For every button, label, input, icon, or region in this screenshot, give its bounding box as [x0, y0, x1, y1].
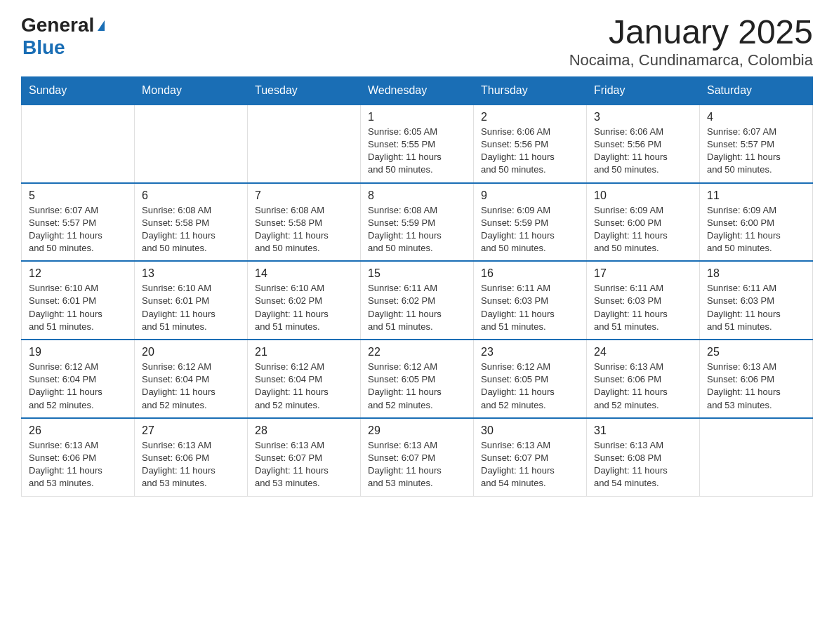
day-number: 20: [142, 346, 240, 358]
calendar-cell: 28Sunrise: 6:13 AM Sunset: 6:07 PM Dayli…: [248, 418, 361, 496]
day-info: Sunrise: 6:13 AM Sunset: 6:07 PM Dayligh…: [368, 439, 466, 490]
day-number: 1: [368, 111, 466, 123]
day-info: Sunrise: 6:07 AM Sunset: 5:57 PM Dayligh…: [707, 126, 805, 177]
day-header-thursday: Thursday: [474, 76, 587, 105]
day-number: 5: [29, 189, 127, 202]
day-number: 19: [29, 346, 127, 358]
day-info: Sunrise: 6:06 AM Sunset: 5:56 PM Dayligh…: [594, 126, 692, 177]
page-title: January 2025: [569, 14, 813, 51]
day-number: 25: [707, 346, 805, 358]
logo-general-line: General: [21, 14, 105, 36]
calendar-cell: 11Sunrise: 6:09 AM Sunset: 6:00 PM Dayli…: [700, 183, 813, 262]
calendar-cell: 2Sunrise: 6:06 AM Sunset: 5:56 PM Daylig…: [474, 105, 587, 183]
day-info: Sunrise: 6:13 AM Sunset: 6:06 PM Dayligh…: [594, 361, 692, 412]
day-info: Sunrise: 6:07 AM Sunset: 5:57 PM Dayligh…: [29, 204, 127, 255]
week-row-1: 1Sunrise: 6:05 AM Sunset: 5:55 PM Daylig…: [22, 105, 813, 183]
day-number: 31: [594, 424, 692, 437]
calendar-cell: 10Sunrise: 6:09 AM Sunset: 6:00 PM Dayli…: [587, 183, 700, 262]
calendar-cell: 4Sunrise: 6:07 AM Sunset: 5:57 PM Daylig…: [700, 105, 813, 183]
calendar-cell: 12Sunrise: 6:10 AM Sunset: 6:01 PM Dayli…: [22, 261, 135, 340]
day-number: 29: [368, 424, 466, 437]
calendar-body: 1Sunrise: 6:05 AM Sunset: 5:55 PM Daylig…: [22, 105, 813, 496]
logo-blue-text: Blue: [22, 36, 65, 59]
logo-general-text: General: [21, 14, 94, 36]
day-info: Sunrise: 6:09 AM Sunset: 5:59 PM Dayligh…: [481, 204, 579, 255]
day-info: Sunrise: 6:08 AM Sunset: 5:58 PM Dayligh…: [255, 204, 353, 255]
day-number: 12: [29, 267, 127, 280]
calendar-table: SundayMondayTuesdayWednesdayThursdayFrid…: [21, 76, 813, 497]
calendar-cell: 19Sunrise: 6:12 AM Sunset: 6:04 PM Dayli…: [22, 340, 135, 418]
day-number: 11: [707, 189, 805, 202]
calendar-cell: 17Sunrise: 6:11 AM Sunset: 6:03 PM Dayli…: [587, 261, 700, 340]
day-number: 22: [368, 346, 466, 358]
day-info: Sunrise: 6:09 AM Sunset: 6:00 PM Dayligh…: [707, 204, 805, 255]
day-number: 7: [255, 189, 353, 202]
day-info: Sunrise: 6:12 AM Sunset: 6:04 PM Dayligh…: [29, 361, 127, 412]
calendar-cell: 20Sunrise: 6:12 AM Sunset: 6:04 PM Dayli…: [135, 340, 248, 418]
calendar-cell: 5Sunrise: 6:07 AM Sunset: 5:57 PM Daylig…: [22, 183, 135, 262]
day-number: 23: [481, 346, 579, 358]
logo-blue-line: Blue: [22, 36, 105, 59]
day-number: 2: [481, 111, 579, 123]
calendar-cell: 31Sunrise: 6:13 AM Sunset: 6:08 PM Dayli…: [587, 418, 700, 496]
day-header-wednesday: Wednesday: [361, 76, 474, 105]
page-header: General Blue January 2025 Nocaima, Cundi…: [21, 14, 813, 69]
day-header-tuesday: Tuesday: [248, 76, 361, 105]
day-number: 4: [707, 111, 805, 123]
day-info: Sunrise: 6:10 AM Sunset: 6:01 PM Dayligh…: [29, 282, 127, 333]
day-number: 9: [481, 189, 579, 202]
day-number: 14: [255, 267, 353, 280]
day-number: 3: [594, 111, 692, 123]
day-info: Sunrise: 6:11 AM Sunset: 6:02 PM Dayligh…: [368, 282, 466, 333]
calendar-cell: [22, 105, 135, 183]
calendar-cell: 8Sunrise: 6:08 AM Sunset: 5:59 PM Daylig…: [361, 183, 474, 262]
day-info: Sunrise: 6:05 AM Sunset: 5:55 PM Dayligh…: [368, 126, 466, 177]
title-block: January 2025 Nocaima, Cundinamarca, Colo…: [569, 14, 813, 69]
header-row: SundayMondayTuesdayWednesdayThursdayFrid…: [22, 76, 813, 105]
day-number: 13: [142, 267, 240, 280]
logo-triangle-icon: [98, 20, 105, 31]
page-subtitle: Nocaima, Cundinamarca, Colombia: [569, 51, 813, 69]
day-info: Sunrise: 6:11 AM Sunset: 6:03 PM Dayligh…: [594, 282, 692, 333]
day-header-sunday: Sunday: [22, 76, 135, 105]
day-info: Sunrise: 6:11 AM Sunset: 6:03 PM Dayligh…: [481, 282, 579, 333]
calendar-cell: 23Sunrise: 6:12 AM Sunset: 6:05 PM Dayli…: [474, 340, 587, 418]
calendar-cell: 27Sunrise: 6:13 AM Sunset: 6:06 PM Dayli…: [135, 418, 248, 496]
day-info: Sunrise: 6:13 AM Sunset: 6:07 PM Dayligh…: [481, 439, 579, 490]
day-number: 28: [255, 424, 353, 437]
day-number: 15: [368, 267, 466, 280]
calendar-cell: 18Sunrise: 6:11 AM Sunset: 6:03 PM Dayli…: [700, 261, 813, 340]
day-header-saturday: Saturday: [700, 76, 813, 105]
day-header-monday: Monday: [135, 76, 248, 105]
calendar-cell: 26Sunrise: 6:13 AM Sunset: 6:06 PM Dayli…: [22, 418, 135, 496]
calendar-cell: 6Sunrise: 6:08 AM Sunset: 5:58 PM Daylig…: [135, 183, 248, 262]
day-info: Sunrise: 6:13 AM Sunset: 6:08 PM Dayligh…: [594, 439, 692, 490]
day-number: 30: [481, 424, 579, 437]
day-info: Sunrise: 6:13 AM Sunset: 6:07 PM Dayligh…: [255, 439, 353, 490]
day-info: Sunrise: 6:12 AM Sunset: 6:04 PM Dayligh…: [142, 361, 240, 412]
day-info: Sunrise: 6:10 AM Sunset: 6:01 PM Dayligh…: [142, 282, 240, 333]
day-info: Sunrise: 6:08 AM Sunset: 5:59 PM Dayligh…: [368, 204, 466, 255]
calendar-cell: [135, 105, 248, 183]
day-info: Sunrise: 6:13 AM Sunset: 6:06 PM Dayligh…: [707, 361, 805, 412]
week-row-4: 19Sunrise: 6:12 AM Sunset: 6:04 PM Dayli…: [22, 340, 813, 418]
calendar-cell: 21Sunrise: 6:12 AM Sunset: 6:04 PM Dayli…: [248, 340, 361, 418]
calendar-cell: 14Sunrise: 6:10 AM Sunset: 6:02 PM Dayli…: [248, 261, 361, 340]
calendar-cell: [700, 418, 813, 496]
day-info: Sunrise: 6:09 AM Sunset: 6:00 PM Dayligh…: [594, 204, 692, 255]
day-info: Sunrise: 6:06 AM Sunset: 5:56 PM Dayligh…: [481, 126, 579, 177]
calendar-cell: 3Sunrise: 6:06 AM Sunset: 5:56 PM Daylig…: [587, 105, 700, 183]
day-number: 17: [594, 267, 692, 280]
day-info: Sunrise: 6:11 AM Sunset: 6:03 PM Dayligh…: [707, 282, 805, 333]
calendar-cell: 16Sunrise: 6:11 AM Sunset: 6:03 PM Dayli…: [474, 261, 587, 340]
calendar-cell: 15Sunrise: 6:11 AM Sunset: 6:02 PM Dayli…: [361, 261, 474, 340]
week-row-2: 5Sunrise: 6:07 AM Sunset: 5:57 PM Daylig…: [22, 183, 813, 262]
calendar-cell: [248, 105, 361, 183]
day-number: 27: [142, 424, 240, 437]
day-number: 26: [29, 424, 127, 437]
calendar-cell: 22Sunrise: 6:12 AM Sunset: 6:05 PM Dayli…: [361, 340, 474, 418]
day-info: Sunrise: 6:13 AM Sunset: 6:06 PM Dayligh…: [142, 439, 240, 490]
calendar-cell: 24Sunrise: 6:13 AM Sunset: 6:06 PM Dayli…: [587, 340, 700, 418]
week-row-3: 12Sunrise: 6:10 AM Sunset: 6:01 PM Dayli…: [22, 261, 813, 340]
calendar-cell: 13Sunrise: 6:10 AM Sunset: 6:01 PM Dayli…: [135, 261, 248, 340]
